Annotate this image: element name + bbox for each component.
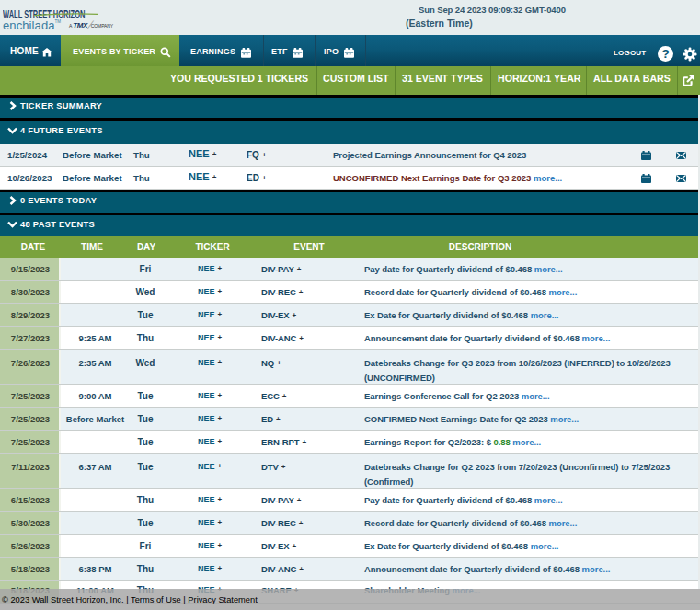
- svg-text:?: ?: [661, 47, 669, 61]
